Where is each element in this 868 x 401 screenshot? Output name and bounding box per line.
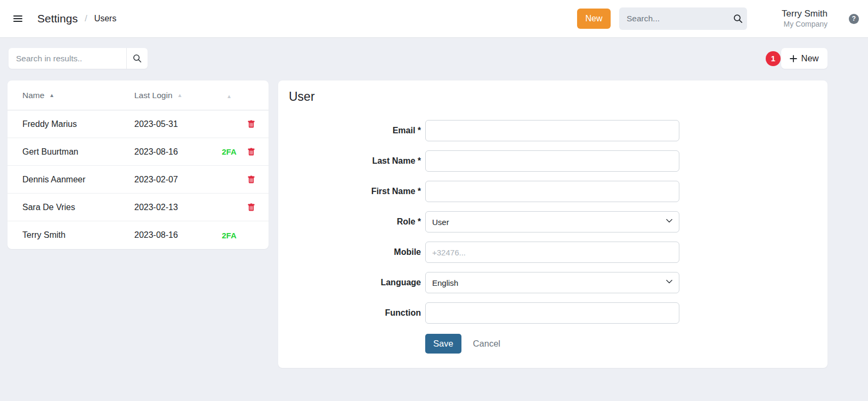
column-header-name[interactable]: Name	[22, 91, 44, 100]
function-label: Function	[278, 308, 421, 318]
table-row[interactable]: Sara De Vries 2023-02-13	[7, 194, 269, 221]
role-label: Role *	[278, 217, 421, 227]
search-icon	[133, 54, 142, 63]
save-button[interactable]: Save	[425, 334, 461, 354]
language-label: Language	[278, 278, 421, 287]
delete-user-button[interactable]	[247, 148, 255, 156]
last-login-cell: 2023-08-16	[134, 147, 178, 157]
sort-asc-icon[interactable]: ▲	[177, 92, 183, 98]
sort-asc-icon[interactable]: ▲	[226, 93, 232, 99]
sort-asc-icon[interactable]: ▲	[49, 92, 54, 98]
search-icon[interactable]	[733, 14, 743, 23]
trash-icon	[247, 148, 255, 156]
topbar-right-group: New Terry Smith My Company ?	[577, 7, 868, 30]
user-name-cell: Freddy Marius	[22, 119, 77, 129]
two-fa-badge: 2FA	[214, 231, 244, 240]
user-name-cell: Terry Smith	[22, 230, 66, 240]
results-search-input[interactable]	[9, 48, 126, 69]
notification-badge: 1	[766, 51, 781, 66]
language-select[interactable]: English	[425, 272, 679, 293]
delete-user-button[interactable]	[247, 203, 255, 212]
global-search-input[interactable]	[627, 14, 733, 23]
last-name-field[interactable]	[425, 150, 679, 172]
last-login-cell: 2023-05-31	[134, 119, 178, 129]
results-search	[9, 48, 148, 69]
page-title: User	[289, 90, 828, 104]
trash-icon	[247, 203, 255, 212]
cancel-button[interactable]: Cancel	[473, 339, 500, 349]
last-login-cell: 2023-08-16	[134, 230, 178, 240]
email-label: Email *	[278, 126, 421, 135]
breadcrumb-users[interactable]: Users	[94, 14, 117, 23]
two-fa-badge: 2FA	[214, 147, 244, 156]
language-select-control[interactable]: English	[425, 272, 679, 293]
breadcrumb-settings[interactable]: Settings	[37, 12, 78, 25]
user-list-panel: Name ▲ Last Login ▲ ▲ Freddy Marius 2023…	[7, 81, 269, 249]
trash-icon	[247, 120, 255, 129]
trash-icon	[247, 175, 255, 184]
global-search	[619, 7, 747, 30]
user-name: Terry Smith	[760, 9, 828, 20]
user-name-cell: Sara De Vries	[22, 203, 75, 212]
user-name-cell: Gert Buurtman	[22, 147, 78, 157]
delete-user-button[interactable]	[247, 175, 255, 184]
user-form-panel: User Email * Last Name * First Name * Ro…	[278, 81, 828, 368]
menu-icon[interactable]	[13, 14, 23, 23]
table-row[interactable]: Terry Smith 2023-08-16 2FA	[7, 221, 269, 249]
function-field[interactable]	[425, 302, 679, 324]
add-user-button[interactable]: New	[781, 48, 828, 69]
toolbar-right-group: 1 New	[766, 48, 828, 69]
breadcrumb-separator: /	[85, 13, 87, 24]
last-login-cell: 2023-02-07	[134, 175, 178, 185]
table-row[interactable]: Dennis Aanmeer 2023-02-07	[7, 166, 269, 194]
mobile-label: Mobile	[278, 247, 421, 257]
role-select[interactable]: User	[425, 211, 679, 232]
table-row[interactable]: Freddy Marius 2023-05-31	[7, 110, 269, 138]
column-header-last-login[interactable]: Last Login	[134, 91, 173, 100]
new-button[interactable]: New	[577, 9, 611, 29]
first-name-label: First Name *	[278, 187, 421, 196]
results-search-button[interactable]	[126, 48, 148, 69]
plus-icon	[790, 55, 797, 62]
first-name-field[interactable]	[425, 181, 679, 202]
add-user-label: New	[801, 53, 818, 63]
delete-user-button[interactable]	[247, 120, 255, 129]
top-bar: Settings / Users New Terry Smith My Comp…	[0, 0, 868, 38]
help-icon[interactable]: ?	[849, 14, 859, 24]
table-row[interactable]: Gert Buurtman 2023-08-16 2FA	[7, 138, 269, 166]
email-field[interactable]	[425, 120, 679, 141]
user-menu[interactable]: Terry Smith My Company	[760, 9, 828, 29]
user-company: My Company	[760, 20, 828, 29]
role-select-control[interactable]: User	[425, 211, 679, 232]
table-header: Name ▲ Last Login ▲ ▲	[7, 81, 269, 110]
user-name-cell: Dennis Aanmeer	[22, 175, 85, 185]
last-name-label: Last Name *	[278, 156, 421, 166]
mobile-field[interactable]	[425, 242, 679, 263]
last-login-cell: 2023-02-13	[134, 203, 178, 212]
